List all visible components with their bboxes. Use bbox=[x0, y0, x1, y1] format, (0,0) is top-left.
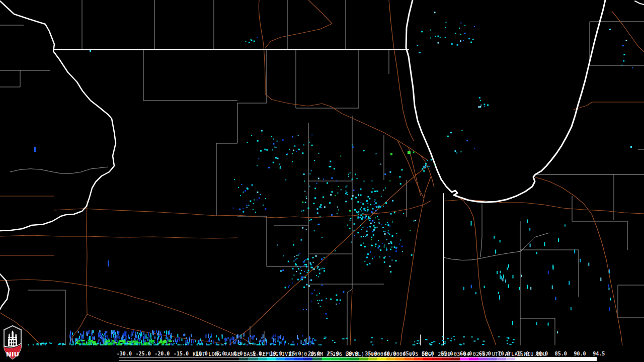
colorbar-tick-label: -10.0 bbox=[191, 351, 210, 356]
colorbar-tick-label: 15.0 bbox=[286, 351, 305, 356]
status-bar: KLOT LONG RANGE BASE REFLECTIVITY (0.25K… bbox=[0, 345, 644, 362]
colorbar-tick-label: 65.0 bbox=[475, 351, 495, 356]
lake-michigan-shoreline bbox=[406, 0, 605, 202]
radar-map bbox=[0, 0, 644, 345]
colorbar-tick-label: 90.0 bbox=[571, 351, 590, 356]
colorbar-tick-label: 40.0 bbox=[380, 351, 399, 356]
colorbar-tick-label: 45.0 bbox=[399, 351, 419, 356]
colorbar-tick-label: 35.0 bbox=[362, 351, 381, 356]
colorbar-tick-label: 80.0 bbox=[532, 351, 551, 356]
colorbar-tick-label: -30.0 bbox=[115, 351, 134, 356]
colorbar-tick-label: -5.0 bbox=[210, 351, 229, 356]
ne-coast-fragment bbox=[635, 1, 644, 5]
colorbar-tick-label: 70.0 bbox=[495, 351, 514, 356]
highway-lines bbox=[0, 0, 644, 345]
colorbar-tick-label: 5.0 bbox=[248, 351, 267, 356]
colorbar-tick-label: 75.0 bbox=[513, 351, 532, 356]
river-bend bbox=[0, 274, 9, 309]
colorbar-tick-label: -20.0 bbox=[152, 351, 172, 356]
niu-logo-text: NIU bbox=[6, 350, 19, 358]
reflectivity-echoes bbox=[28, 12, 633, 345]
colorbar-tick-label: 85.0 bbox=[551, 351, 571, 356]
radar-viewer: KLOT LONG RANGE BASE REFLECTIVITY (0.25K… bbox=[0, 0, 644, 362]
colorbar-tick-label: -15.0 bbox=[172, 351, 191, 356]
colorbar-tick-label: 0.0 bbox=[228, 351, 248, 356]
colorbar-tick-label: 60.0 bbox=[456, 351, 475, 356]
colorbar-tick-label: -25.0 bbox=[134, 351, 153, 356]
niu-logo: NIU bbox=[2, 325, 23, 360]
colorbar-tick-label: 20.0 bbox=[304, 351, 324, 356]
county-boundary-lines bbox=[0, 0, 644, 345]
reflectivity-colorbar bbox=[119, 357, 597, 361]
colorbar-tick-label: 30.0 bbox=[343, 351, 362, 356]
state-and-water-lines bbox=[0, 0, 644, 345]
colorbar-tick-label: 50.0 bbox=[419, 351, 438, 356]
colorbar-tick-label: 10.0 bbox=[267, 351, 286, 356]
colorbar-tick-label: 55.0 bbox=[437, 351, 456, 356]
colorbar-tick-label: 94.5 bbox=[589, 351, 608, 356]
colorbar-tick-label: 25.0 bbox=[324, 351, 343, 356]
colorbar-tick-labels: -30.0-25.0-20.0-15.0-10.0-5.00.05.010.01… bbox=[115, 351, 608, 356]
product-title-row: KLOT LONG RANGE BASE REFLECTIVITY (0.25K… bbox=[174, 346, 550, 351]
